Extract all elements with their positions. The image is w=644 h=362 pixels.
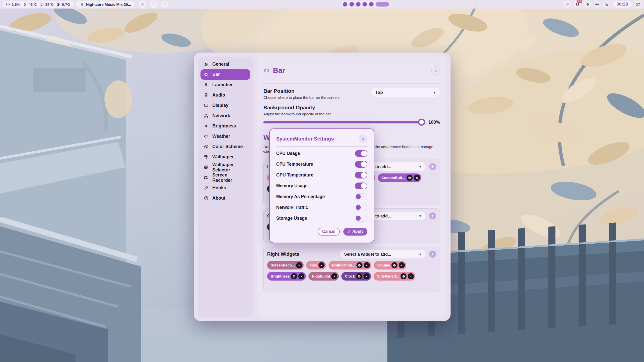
sidebar-item-wallpaper-selector[interactable]: Wallpaper Selector	[200, 162, 250, 172]
bar-position-dropdown[interactable]: Top ▼	[371, 88, 440, 97]
add-widget-dropdown[interactable]: Select a widget to add...▼	[340, 250, 426, 258]
sidebar-item-wallpaper[interactable]: Wallpaper	[200, 152, 250, 162]
widget-gear-button[interactable]: ⚙	[356, 273, 362, 279]
toggle-switch-memory-as-percentage[interactable]	[355, 193, 367, 200]
record-button[interactable]	[564, 1, 571, 8]
background-opacity-setting: Background Opacity Adjust the background…	[263, 105, 440, 125]
widget-chip[interactable]: Brightness⚙×	[267, 272, 306, 281]
heart-button[interactable]: ♡	[161, 1, 168, 8]
widget-chip[interactable]: ScreenReco...×	[267, 261, 304, 269]
volume-button[interactable]	[584, 1, 591, 8]
widget-remove-button[interactable]: ×	[296, 262, 302, 268]
widget-chip-label: Notification...	[332, 263, 355, 267]
toggle-switch-network-traffic[interactable]	[355, 204, 367, 211]
brightness-button[interactable]	[593, 1, 600, 8]
widget-remove-button[interactable]: ×	[364, 273, 370, 279]
nightlight-button[interactable]	[603, 1, 610, 8]
toggle-switch-memory-usage[interactable]	[355, 183, 367, 189]
workspace-dot[interactable]	[369, 2, 374, 7]
sidebar-item-launcher[interactable]: Launcher	[200, 80, 250, 90]
sidebar-item-label: Color Scheme	[212, 144, 243, 149]
toggle-switch-gpu-temperature[interactable]	[355, 172, 367, 178]
widget-remove-button[interactable]: ×	[331, 273, 337, 279]
sidebar-item-display[interactable]: Display	[200, 100, 250, 111]
add-widget-button[interactable]: +	[429, 251, 436, 258]
widget-gear-button[interactable]: ⚙	[407, 175, 413, 181]
volume-icon	[585, 2, 589, 7]
top-bar: 1.8%43°C38°C9.7G Nightcore Music Mix 20.…	[0, 0, 644, 9]
widget-chip[interactable]: Volume⚙×	[374, 261, 406, 269]
toggle-label: CPU Usage	[276, 151, 300, 156]
heart-button[interactable]: ♡	[150, 1, 157, 8]
widget-chip[interactable]: NightLight×	[308, 272, 339, 281]
sidebar-item-brightness[interactable]: Brightness	[200, 121, 250, 131]
rocket-icon	[204, 82, 209, 87]
bar-position-value: Top	[375, 90, 383, 95]
window-close-button[interactable]: ×	[431, 66, 440, 75]
widget-remove-button[interactable]: ×	[414, 175, 420, 181]
sidebar-item-general[interactable]: General	[200, 59, 250, 69]
add-widget-button[interactable]: +	[429, 163, 436, 170]
toggle-label: GPU Temperature	[276, 172, 313, 178]
sidebar-item-hooks[interactable]: Hooks	[200, 183, 250, 193]
opacity-slider-knob[interactable]	[418, 119, 425, 126]
toggle-switch-cpu-usage[interactable]	[355, 150, 367, 157]
widget-chip[interactable]: Tray×	[306, 261, 326, 269]
workspace-dot[interactable]	[343, 2, 347, 7]
desktop: 1.8%43°C38°C9.7G Nightcore Music Mix 20.…	[0, 0, 644, 362]
sidebar-item-label: Screen Recorder	[212, 172, 247, 183]
widget-remove-button[interactable]: ×	[399, 262, 405, 268]
widget-chip-label: ScreenReco...	[271, 263, 295, 267]
widget-gear-button[interactable]: ⚙	[391, 262, 397, 268]
toggle-row-storage-usage: Storage Usage	[276, 213, 367, 224]
widget-remove-button[interactable]: ×	[408, 273, 414, 279]
sliders-icon	[204, 62, 209, 67]
widget-chip[interactable]: Notification...⚙×	[329, 261, 371, 269]
workspace-active-pill[interactable]	[376, 2, 389, 7]
opacity-slider[interactable]	[263, 121, 424, 123]
toggle-switch-storage-usage[interactable]	[355, 215, 367, 222]
media-player-widget[interactable]: Nightcore Music Mix 20...	[76, 1, 134, 8]
sidebar-item-screen-recorder[interactable]: Screen Recorder	[200, 172, 250, 183]
sidebar-item-about[interactable]: About	[200, 193, 250, 203]
widget-remove-button[interactable]: ×	[364, 262, 370, 268]
top-bar-left: 1.8%43°C38°C9.7G Nightcore Music Mix 20.…	[3, 1, 168, 8]
widget-remove-button[interactable]: ×	[318, 262, 325, 268]
sidebar-item-color-scheme[interactable]: Color Scheme	[200, 142, 250, 152]
modal-close-button[interactable]: ×	[359, 134, 367, 143]
bar-position-setting: Bar Position Choose where to place the b…	[263, 88, 440, 100]
widget-remove-button[interactable]: ×	[298, 273, 304, 279]
speaker-icon	[204, 93, 209, 98]
heart-icon: ♡	[152, 2, 155, 6]
widget-chip-label: SidePanelT...	[377, 274, 399, 278]
sidebar-item-bar[interactable]: Bar	[200, 69, 250, 80]
widget-gear-button[interactable]: ⚙	[400, 273, 407, 279]
add-widget-button[interactable]: +	[429, 212, 436, 219]
skull-button[interactable]: ☠	[139, 1, 146, 8]
workspace-dot[interactable]	[363, 2, 367, 7]
widget-chip[interactable]: Clock⚙×	[341, 272, 371, 281]
clock-widget[interactable]: 00:28	[613, 1, 632, 8]
widget-chip[interactable]: CustomButt...⚙×	[378, 173, 421, 182]
widget-gear-button[interactable]: ⚙	[291, 273, 297, 279]
apply-button[interactable]: ✓ Apply	[343, 228, 367, 236]
cancel-button[interactable]: Cancel	[318, 228, 340, 236]
sidebar-item-weather[interactable]: Weather	[200, 131, 250, 142]
sidebar-item-audio[interactable]: Audio	[200, 90, 250, 100]
chevron-down-icon: ▼	[433, 91, 436, 94]
toggle-switch-cpu-temperature[interactable]	[355, 161, 367, 168]
sidebar-item-label: Launcher	[212, 82, 233, 87]
overview-button[interactable]	[634, 1, 641, 8]
weather-icon	[204, 134, 209, 139]
widget-chip[interactable]: SidePanelT...⚙×	[374, 272, 416, 281]
sidebar-item-network[interactable]: Network	[200, 111, 250, 121]
workspace-dot[interactable]	[349, 2, 354, 7]
display-icon	[204, 103, 209, 108]
heart-icon: ♡	[163, 2, 166, 6]
toggle-label: Memory As Percentage	[276, 194, 325, 199]
workspace-dot[interactable]	[356, 2, 360, 7]
notifications-button[interactable]: 10	[574, 1, 581, 8]
cpu-usage-value: 1.8%	[12, 2, 20, 7]
toggle-label: Memory Usage	[276, 183, 308, 189]
widget-gear-button[interactable]: ⚙	[356, 262, 363, 268]
